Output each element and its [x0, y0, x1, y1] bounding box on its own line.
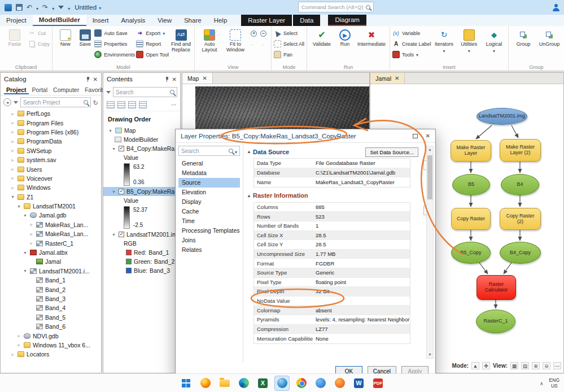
grid-view-icon[interactable]: ▦: [510, 362, 518, 369]
catalog-tree-item[interactable]: ▹ NDVI.gdb: [1, 331, 101, 340]
command-search-input[interactable]: [301, 4, 364, 10]
catalog-tree-item[interactable]: ▹ Program Files (x86): [1, 128, 101, 137]
list-by-drawing-order-icon[interactable]: [107, 101, 115, 108]
zoom-out-icon[interactable]: [259, 29, 266, 37]
layer-row-modelbuilder[interactable]: ModelBuilder: [103, 135, 180, 144]
expander-icon[interactable]: ▹: [10, 148, 15, 153]
new-button[interactable]: New: [55, 28, 76, 47]
utilities-button[interactable]: Utilities: [457, 28, 481, 54]
expander-icon[interactable]: ▹: [10, 120, 15, 125]
close-tab-icon[interactable]: ✕: [202, 75, 207, 81]
model-node-rasterc-1[interactable]: RasterC_1: [476, 310, 515, 333]
layer-row-b5-copy-selected[interactable]: ▾ B5_Copy:MakeRas_Lan...: [103, 187, 180, 196]
catalog-tab[interactable]: Project: [4, 86, 29, 94]
dialog-menu-item[interactable]: Joins: [178, 236, 240, 245]
zoom-out-icon[interactable]: ⊖: [543, 362, 550, 369]
dialog-search-input[interactable]: [181, 148, 227, 154]
catalog-tree-item[interactable]: ▹ Locators: [1, 350, 101, 358]
chrome-icon[interactable]: [294, 376, 309, 391]
expander-icon[interactable]: ▹: [10, 352, 15, 357]
group-button[interactable]: Group: [511, 28, 536, 47]
iterators-button[interactable]: ↻Iterators: [432, 28, 456, 54]
ribbon-tab[interactable]: Project: [0, 15, 33, 26]
expander-icon[interactable]: ▾: [108, 128, 113, 133]
catalog-tab[interactable]: Computer: [51, 86, 81, 94]
layer-visibility-checkbox[interactable]: [119, 232, 124, 237]
list-by-source-icon[interactable]: [117, 101, 125, 108]
model-node-make-raster-layer-2[interactable]: Make Raster Layer (2): [500, 139, 541, 162]
find-and-replace-button[interactable]: A⇄Find and Replace: [170, 28, 192, 53]
open-tool-button[interactable]: Open Tool: [136, 49, 169, 60]
arcgis-pro-icon[interactable]: [274, 376, 290, 391]
model-node-copy-raster-2[interactable]: Copy Raster (2): [500, 208, 541, 230]
select-mode-icon[interactable]: ▲: [471, 362, 479, 369]
refresh-icon[interactable]: [93, 97, 98, 107]
layout-view-icon[interactable]: ▤: [521, 362, 529, 369]
list-by-editing-icon[interactable]: [139, 101, 147, 108]
expander-icon[interactable]: ▾: [23, 250, 28, 255]
export-button[interactable]: ➜Export: [136, 28, 169, 38]
app-blue-icon[interactable]: [313, 376, 328, 391]
contextual-tab[interactable]: Diagram: [328, 15, 366, 26]
expander-icon[interactable]: ▹: [29, 232, 34, 237]
catalog-tree-item[interactable]: Band_2: [1, 285, 101, 294]
ungroup-button[interactable]: UnGroup: [537, 28, 562, 47]
expander-icon[interactable]: ▹: [16, 342, 21, 347]
copy-button[interactable]: Copy: [28, 38, 50, 49]
expander-icon[interactable]: ▾: [23, 213, 28, 218]
filter-icon[interactable]: [106, 91, 111, 94]
cut-button[interactable]: Cut: [28, 28, 50, 38]
map-view-tab[interactable]: Map ✕: [182, 73, 213, 84]
catalog-tree-item[interactable]: Band_6: [1, 322, 101, 331]
layer-row-landsat[interactable]: ▾ LandsatTM2001.img: [103, 230, 180, 239]
catalog-tree-item[interactable]: ▾ Jamal.atbx: [1, 248, 101, 257]
layer-visibility-checkbox[interactable]: [119, 146, 124, 151]
expander-icon[interactable]: ▹: [10, 111, 15, 116]
catalog-tree-item[interactable]: ▾ Z1: [1, 193, 101, 202]
paste-button[interactable]: Paste: [2, 28, 27, 47]
catalog-tree-item[interactable]: ▹ RasterC_1: [1, 238, 101, 247]
more-options-icon[interactable]: ⋯: [171, 102, 177, 108]
windows-start-icon[interactable]: [178, 376, 194, 391]
catalog-tree-item[interactable]: Band_5: [1, 313, 101, 322]
catalog-tree-item[interactable]: ▹ MakeRas_Lan...: [1, 220, 101, 229]
project-name[interactable]: Untitled: [75, 4, 101, 11]
expander-icon[interactable]: ▾: [10, 194, 15, 199]
properties-button[interactable]: Properties: [94, 38, 135, 49]
scroll-up-icon[interactable]: ▲: [427, 146, 433, 153]
excel-icon[interactable]: X: [255, 376, 270, 391]
expander-icon[interactable]: ▹: [16, 333, 21, 338]
expander-icon[interactable]: ▹: [10, 139, 15, 144]
model-node-b5-copy[interactable]: B5_Copy: [451, 242, 491, 264]
select-button[interactable]: Select: [274, 28, 304, 38]
acrobat-icon[interactable]: PDF: [370, 376, 386, 391]
back-icon[interactable]: ◂: [3, 98, 11, 106]
expander-icon[interactable]: ▹: [10, 176, 15, 181]
close-icon[interactable]: ✕: [93, 76, 98, 82]
environments-button[interactable]: Environments: [94, 49, 135, 60]
expander-icon[interactable]: ▾: [23, 268, 28, 273]
show-hidden-icons-icon[interactable]: ∧: [540, 381, 544, 386]
logical-button[interactable]: ◆Logical: [482, 28, 506, 54]
raster-information-section-header[interactable]: ▴ Raster Information: [248, 191, 421, 201]
ribbon-tab[interactable]: ModelBuilder: [33, 15, 86, 26]
list-by-selection-icon[interactable]: [128, 101, 136, 108]
filter-icon[interactable]: [14, 101, 18, 104]
catalog-search-box[interactable]: [20, 97, 91, 107]
catalog-tree-item[interactable]: ▹ PerfLogs: [1, 109, 101, 118]
scroll-down-icon[interactable]: ▼: [427, 351, 433, 358]
model-node-copy-raster[interactable]: Copy Raster: [451, 208, 491, 230]
catalog-tree-item[interactable]: ▹ SWSetup: [1, 146, 101, 155]
zoom-in-button[interactable]: [249, 28, 266, 38]
catalog-tab[interactable]: Portal: [30, 86, 50, 94]
command-search[interactable]: [298, 2, 374, 12]
customize-toolbar-icon[interactable]: [58, 6, 64, 9]
validate-button[interactable]: Validate: [309, 28, 334, 47]
pin-icon[interactable]: [166, 77, 168, 82]
catalog-tree-item[interactable]: Band_1: [1, 276, 101, 285]
fit-to-window-button[interactable]: Fit to Window: [223, 28, 248, 53]
expander-icon[interactable]: ▾: [111, 146, 116, 151]
nav-back-button[interactable]: [249, 38, 266, 49]
undo-icon[interactable]: [27, 3, 32, 11]
close-icon[interactable]: ✕: [426, 133, 430, 139]
